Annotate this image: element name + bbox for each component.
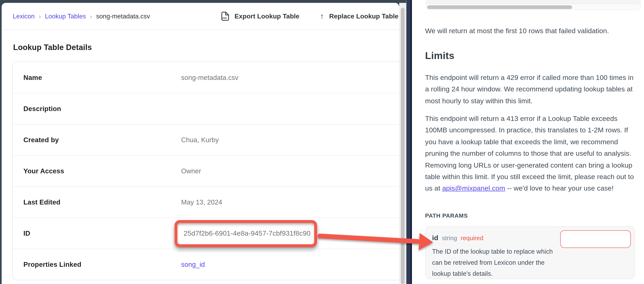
- details-row-properties-linked: Properties Linkedsong_id: [13, 249, 399, 280]
- up-arrow-icon: ↑: [320, 12, 324, 20]
- row-label: Your Access: [24, 167, 181, 175]
- breadcrumb-item-song-metadata-csv: song-metadata.csv: [96, 12, 150, 20]
- details-card: Namesong-metadata.csvDescriptionCreated …: [12, 61, 399, 280]
- api-docs-panel: We will return at most the first 10 rows…: [412, 0, 644, 284]
- row-label: Description: [24, 105, 181, 113]
- param-name: id: [432, 234, 438, 242]
- details-row-your-access: Your AccessOwner: [13, 155, 399, 186]
- row-label: Created by: [24, 136, 181, 144]
- breadcrumb-separator: ›: [90, 13, 92, 20]
- left-vertical-scrollbar-thumb[interactable]: [401, 8, 404, 284]
- svg-text:csv: csv: [222, 16, 227, 19]
- row-value: Owner: [181, 167, 201, 175]
- docs-intro-text: We will return at most the first 10 rows…: [425, 25, 636, 36]
- code-block-bottom: [426, 0, 641, 10]
- csv-file-icon: csv: [221, 11, 229, 21]
- details-row-name: Namesong-metadata.csv: [13, 62, 399, 93]
- apis-mixpanel-email-link[interactable]: apis@mixpanel.com: [442, 185, 505, 192]
- limits-paragraph-1: This endpoint will return a 429 error if…: [425, 72, 636, 107]
- row-label: Properties Linked: [24, 261, 181, 269]
- id-param-card: id string required The ID of the lookup …: [425, 226, 635, 279]
- replace-lookup-table-button[interactable]: ↑ Replace Lookup Table: [320, 12, 398, 20]
- export-button-label: Export Lookup Table: [234, 12, 300, 20]
- details-row-last-edited: Last EditedMay 13, 2024: [13, 186, 399, 218]
- row-label: Last Edited: [24, 198, 181, 206]
- left-vertical-scrollbar-track: [399, 3, 406, 284]
- breadcrumb-separator: ›: [39, 13, 41, 20]
- id-value: 25d7f2b6-6901-4e8a-9457-7cbf931f8c90: [184, 230, 310, 238]
- screenshot-root: Lexicon›Lookup Tables›song-metadata.csv …: [0, 0, 644, 284]
- limits-heading: Limits: [425, 50, 454, 61]
- toolbar: csv Export Lookup Table ↑ Replace Lookup…: [221, 3, 398, 29]
- path-params-heading: PATH PARAMS: [425, 212, 468, 219]
- row-value: song-metadata.csv: [181, 74, 238, 81]
- limits-paragraph-2-text: This endpoint will return a 413 error if…: [425, 115, 634, 192]
- details-row-id: ID25d7f2b6-6901-4e8a-9457-7cbf931f8c90: [13, 218, 399, 249]
- limits-paragraph-2: This endpoint will return a 413 error if…: [425, 113, 636, 195]
- linked-property-link[interactable]: song_id: [181, 261, 205, 268]
- details-row-description: Description: [13, 93, 399, 124]
- page-title: Lookup Table Details: [13, 43, 92, 52]
- row-value: May 13, 2024: [181, 198, 222, 206]
- export-lookup-table-button[interactable]: csv Export Lookup Table: [221, 11, 300, 21]
- param-description: The ID of the lookup table to replace wh…: [432, 246, 554, 279]
- limits-paragraph-2-tail: -- we'd love to hear your use case!: [505, 185, 614, 192]
- breadcrumb: Lexicon›Lookup Tables›song-metadata.csv: [13, 3, 150, 29]
- id-param-header: id string required: [432, 234, 484, 242]
- replace-button-label: Replace Lookup Table: [329, 12, 398, 20]
- row-label: ID: [24, 230, 181, 237]
- id-param-input[interactable]: [560, 230, 631, 248]
- code-block-background: [426, 0, 641, 4]
- details-row-created-by: Created byChua, Kurby: [13, 124, 399, 155]
- param-required-badge: required: [461, 234, 484, 241]
- lookup-table-details-panel: Lexicon›Lookup Tables›song-metadata.csv …: [2, 3, 399, 284]
- row-label: Name: [24, 74, 181, 81]
- red-annotation-box: 25d7f2b6-6901-4e8a-9457-7cbf931f8c90: [174, 220, 317, 247]
- row-value: Chua, Kurby: [181, 136, 219, 144]
- left-panel-header: Lexicon›Lookup Tables›song-metadata.csv …: [2, 3, 399, 30]
- panel-divider: [406, 0, 412, 284]
- row-value: song_id: [181, 261, 205, 269]
- code-horizontal-scrollbar-thumb[interactable]: [427, 5, 572, 9]
- breadcrumb-item-lookup-tables[interactable]: Lookup Tables: [45, 12, 86, 20]
- param-type: string: [442, 234, 457, 241]
- breadcrumb-item-lexicon[interactable]: Lexicon: [13, 12, 35, 20]
